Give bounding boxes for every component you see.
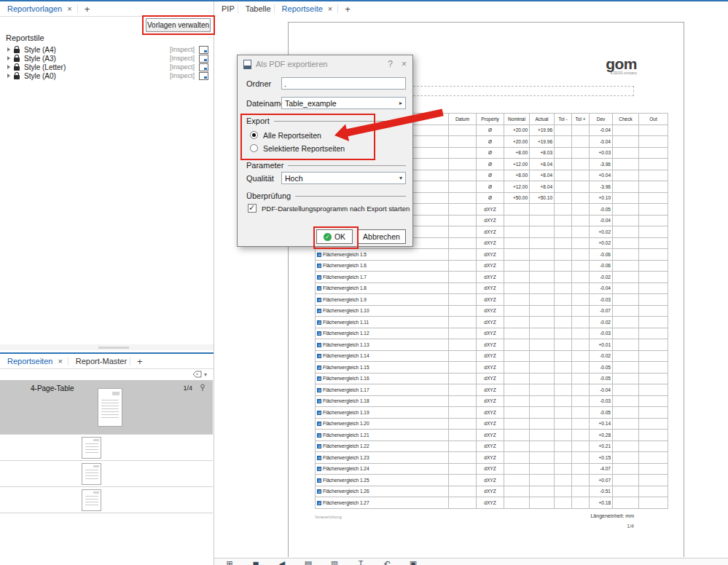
checkbox-checked-icon[interactable] xyxy=(248,204,257,213)
expander-icon[interactable] xyxy=(7,47,10,52)
element-name: Flächenvergleich 1.20 xyxy=(323,421,369,426)
report-page-item[interactable] xyxy=(0,435,213,461)
page-thumbnail[interactable] xyxy=(82,463,101,485)
report-preview-icon[interactable] xyxy=(199,63,208,71)
cell-out xyxy=(639,395,668,407)
folder-input[interactable] xyxy=(281,77,406,90)
tab-report-master[interactable]: Report-Master xyxy=(69,357,130,366)
undo-icon[interactable]: ↶ xyxy=(382,558,392,565)
add-tab-button[interactable]: + xyxy=(130,356,149,367)
open-after-export-checkbox[interactable]: PDF-Darstellungsprogramm nach Export sta… xyxy=(248,204,410,213)
dialog-titlebar[interactable]: Als PDF exportieren ? × xyxy=(238,55,412,73)
page-thumbnail[interactable] xyxy=(82,489,101,511)
tab-reportvorlagen[interactable]: Reportvorlagen xyxy=(0,4,65,13)
tab-pip[interactable]: PIP xyxy=(214,4,238,13)
chevron-right-icon[interactable]: ▸ xyxy=(399,100,402,106)
cell-check xyxy=(613,362,639,374)
surface-comparison-icon xyxy=(317,354,321,358)
cell-property: dXYZ xyxy=(477,486,504,497)
radio-all-report-pages[interactable]: Alle Reportseiten xyxy=(250,130,321,140)
save-icon[interactable]: ▣ xyxy=(408,558,418,565)
add-tab-button[interactable]: + xyxy=(338,4,357,15)
cell-dev: -0.06 xyxy=(590,260,613,272)
ok-button[interactable]: ✓ OK xyxy=(316,229,353,244)
close-tab-icon[interactable]: × xyxy=(55,357,67,366)
back-icon[interactable]: ◀ xyxy=(277,558,287,565)
cell-tol-minus xyxy=(555,463,572,475)
expander-icon[interactable] xyxy=(7,56,10,60)
report-page-item[interactable] xyxy=(0,487,213,513)
cell-dev: +0.02 xyxy=(590,237,613,249)
cell-dev: +0.28 xyxy=(590,430,613,441)
cell-property: dXYZ xyxy=(477,440,504,452)
cell-datum xyxy=(449,192,477,204)
report-preview-icon[interactable] xyxy=(199,55,208,63)
cell-dev: -0.04 xyxy=(590,384,613,396)
grid-icon[interactable]: ⊞ xyxy=(224,558,235,565)
cell-check xyxy=(613,463,639,475)
pip-icon[interactable]: ▤ xyxy=(303,558,313,565)
expander-icon[interactable] xyxy=(7,74,10,78)
element-name: Flächenvergleich 1.13 xyxy=(323,342,369,347)
quality-dropdown[interactable]: Hoch ▾ xyxy=(281,172,406,184)
cell-datum xyxy=(449,282,477,294)
gom-logo: gom a ZEISS company xyxy=(606,56,637,76)
tab-tabelle[interactable]: Tabelle xyxy=(238,4,274,13)
table-row: Flächenvergleich 1.23 dXYZ +0.15 xyxy=(316,452,668,464)
pin-icon[interactable] xyxy=(199,384,206,392)
tab-reportseiten[interactable]: Reportseiten xyxy=(0,357,55,366)
panel-splitter[interactable] xyxy=(0,344,214,350)
cell-actual xyxy=(530,475,555,486)
text-icon[interactable]: T xyxy=(356,558,366,565)
cell-tol-plus xyxy=(572,147,590,159)
cell-check xyxy=(613,237,639,249)
add-tab-button[interactable]: + xyxy=(78,4,97,15)
cell-datum xyxy=(449,147,477,159)
table-icon[interactable]: ▥ xyxy=(329,558,340,565)
report-pages-tabbar: Reportseiten × Report-Master + xyxy=(0,354,214,369)
style-label: Style (A4) xyxy=(24,46,170,54)
radio-selected-report-pages[interactable]: Selektierte Reportseiten xyxy=(250,143,345,153)
help-icon[interactable]: ? xyxy=(388,59,393,69)
cell-out xyxy=(639,440,668,452)
close-icon[interactable]: × xyxy=(402,59,407,69)
report-page-item[interactable] xyxy=(0,461,213,487)
cancel-button[interactable]: Abbrechen xyxy=(357,229,406,244)
expander-icon[interactable] xyxy=(7,65,10,69)
report-preview-icon[interactable] xyxy=(199,46,208,54)
chevron-down-icon[interactable]: ▾ xyxy=(399,175,402,181)
cell-property: dXYZ xyxy=(477,215,504,226)
manage-templates-button[interactable]: Vorlagen verwalten xyxy=(146,18,211,32)
radio-unselected-icon[interactable] xyxy=(250,144,258,152)
cell-tol-minus xyxy=(555,350,572,362)
close-tab-icon[interactable]: × xyxy=(326,4,337,13)
style-item[interactable]: Style (Letter) [Inspect] xyxy=(0,63,214,71)
cell-check xyxy=(613,181,639,193)
filename-combo[interactable]: Table_example ▸ xyxy=(281,97,406,109)
cell-actual xyxy=(530,260,555,272)
cell-property: dXYZ xyxy=(477,339,504,351)
style-item[interactable]: Style (A4) [Inspect] xyxy=(0,45,214,54)
page-thumbnail[interactable] xyxy=(98,388,122,427)
tag-icon[interactable] xyxy=(192,371,203,378)
cell-dev: -0.05 xyxy=(590,362,613,374)
page-thumbnail[interactable] xyxy=(82,437,101,459)
element-name: Flächenvergleich 1.7 xyxy=(323,274,367,280)
cell-dev: -0.04 xyxy=(590,215,613,226)
tab-reportseite[interactable]: Reportseite xyxy=(275,4,326,13)
chevron-down-icon[interactable]: ▾ xyxy=(204,371,207,378)
dialog-title: Als PDF exportieren xyxy=(256,60,379,68)
verification-group-header: Überprüfung xyxy=(246,191,406,200)
style-item[interactable]: Style (A0) [Inspect] xyxy=(0,71,214,80)
radio-selected-icon[interactable] xyxy=(250,131,258,139)
style-item[interactable]: Style (A3) [Inspect] xyxy=(0,54,214,63)
cell-tol-minus xyxy=(555,339,572,351)
cell-tol-plus xyxy=(572,305,590,317)
cell-actual xyxy=(530,294,555,306)
close-tab-icon[interactable]: × xyxy=(65,4,77,13)
style-icon[interactable]: ◼ xyxy=(251,558,261,565)
report-preview-icon[interactable] xyxy=(199,72,208,80)
cell-datum xyxy=(449,272,477,283)
cell-datum xyxy=(449,430,477,441)
report-page-item[interactable]: 4-Page-Table 1/4 xyxy=(0,380,213,435)
